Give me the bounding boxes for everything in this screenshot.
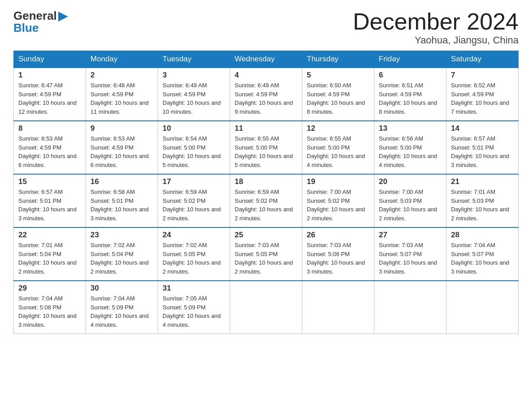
daylight-label: Daylight: 10 hours and 3 minutes.: [451, 153, 509, 168]
day-number: 5: [307, 71, 369, 80]
week-row-1: 1 Sunrise: 6:47 AM Sunset: 4:59 PM Dayli…: [14, 68, 519, 121]
col-wednesday: Wednesday: [230, 51, 302, 68]
day-info: Sunrise: 6:49 AM Sunset: 4:59 PM Dayligh…: [235, 81, 297, 116]
day-cell: 6 Sunrise: 6:51 AM Sunset: 4:59 PM Dayli…: [374, 68, 446, 121]
daylight-label: Daylight: 10 hours and 7 minutes.: [451, 99, 509, 115]
sunset-label: Sunset: 5:03 PM: [451, 197, 494, 204]
day-cell: 22 Sunrise: 7:01 AM Sunset: 5:04 PM Dayl…: [14, 227, 86, 281]
sunrise-label: Sunrise: 7:05 AM: [163, 295, 207, 302]
sunrise-label: Sunrise: 7:02 AM: [90, 242, 135, 248]
day-cell: 15 Sunrise: 6:57 AM Sunset: 5:01 PM Dayl…: [14, 174, 86, 227]
sunrise-label: Sunrise: 7:01 AM: [451, 188, 495, 195]
day-info: Sunrise: 7:05 AM Sunset: 5:09 PM Dayligh…: [163, 294, 225, 329]
sunrise-label: Sunrise: 7:04 AM: [90, 295, 135, 302]
daylight-label: Daylight: 10 hours and 2 minutes.: [163, 259, 221, 275]
day-info: Sunrise: 6:49 AM Sunset: 4:59 PM Dayligh…: [163, 81, 225, 116]
day-cell: 1 Sunrise: 6:47 AM Sunset: 4:59 PM Dayli…: [14, 68, 86, 121]
day-number: 28: [451, 231, 514, 240]
sunrise-label: Sunrise: 7:01 AM: [18, 242, 63, 248]
day-number: 23: [90, 231, 153, 240]
sunset-label: Sunset: 5:00 PM: [163, 144, 206, 151]
day-info: Sunrise: 7:03 AM Sunset: 5:05 PM Dayligh…: [235, 241, 297, 276]
day-info: Sunrise: 7:04 AM Sunset: 5:09 PM Dayligh…: [90, 294, 153, 329]
sunset-label: Sunset: 5:03 PM: [379, 197, 422, 204]
day-number: 10: [163, 124, 225, 133]
sunset-label: Sunset: 5:08 PM: [18, 304, 61, 311]
day-info: Sunrise: 6:55 AM Sunset: 5:00 PM Dayligh…: [235, 134, 297, 169]
daylight-label: Daylight: 10 hours and 3 minutes.: [90, 206, 149, 222]
daylight-label: Daylight: 10 hours and 2 minutes.: [90, 259, 149, 275]
daylight-label: Daylight: 10 hours and 2 minutes.: [235, 206, 293, 222]
daylight-label: Daylight: 10 hours and 11 minutes.: [90, 99, 149, 115]
sunrise-label: Sunrise: 6:53 AM: [90, 135, 135, 142]
day-info: Sunrise: 7:03 AM Sunset: 5:06 PM Dayligh…: [307, 241, 369, 276]
daylight-label: Daylight: 10 hours and 10 minutes.: [163, 99, 221, 115]
sunset-label: Sunset: 4:59 PM: [90, 144, 133, 151]
sunset-label: Sunset: 5:05 PM: [235, 251, 278, 257]
daylight-label: Daylight: 10 hours and 4 minutes.: [307, 153, 365, 168]
week-row-2: 8 Sunrise: 6:53 AM Sunset: 4:59 PM Dayli…: [14, 121, 519, 174]
daylight-label: Daylight: 10 hours and 3 minutes.: [18, 206, 77, 222]
day-cell: 18 Sunrise: 6:59 AM Sunset: 5:02 PM Dayl…: [230, 174, 302, 227]
sunrise-label: Sunrise: 7:04 AM: [18, 295, 63, 302]
day-info: Sunrise: 7:01 AM Sunset: 5:04 PM Dayligh…: [18, 241, 81, 276]
day-number: 25: [235, 231, 297, 240]
sunset-label: Sunset: 5:07 PM: [379, 251, 422, 257]
col-monday: Monday: [86, 51, 158, 68]
day-info: Sunrise: 6:55 AM Sunset: 5:00 PM Dayligh…: [307, 134, 369, 169]
sunset-label: Sunset: 5:02 PM: [163, 197, 206, 204]
page-header: General Blue December 2024 Yaohua, Jiang…: [13, 9, 519, 46]
logo-text-blue: Blue: [13, 21, 39, 35]
daylight-label: Daylight: 10 hours and 2 minutes.: [307, 206, 365, 222]
daylight-label: Daylight: 10 hours and 9 minutes.: [235, 99, 293, 115]
sunrise-label: Sunrise: 6:55 AM: [235, 135, 279, 142]
calendar-body: 1 Sunrise: 6:47 AM Sunset: 4:59 PM Dayli…: [14, 68, 519, 334]
sunset-label: Sunset: 4:59 PM: [307, 91, 350, 98]
day-cell: 24 Sunrise: 7:02 AM Sunset: 5:05 PM Dayl…: [158, 227, 230, 281]
daylight-label: Daylight: 10 hours and 2 minutes.: [18, 259, 77, 275]
day-info: Sunrise: 6:51 AM Sunset: 4:59 PM Dayligh…: [379, 81, 442, 116]
day-info: Sunrise: 7:01 AM Sunset: 5:03 PM Dayligh…: [451, 188, 514, 223]
sunrise-label: Sunrise: 7:04 AM: [451, 242, 495, 248]
col-thursday: Thursday: [302, 51, 374, 68]
day-cell: 10 Sunrise: 6:54 AM Sunset: 5:00 PM Dayl…: [158, 121, 230, 174]
sunset-label: Sunset: 5:00 PM: [307, 144, 350, 151]
sunset-label: Sunset: 5:05 PM: [163, 251, 206, 257]
sunset-label: Sunset: 5:01 PM: [451, 144, 494, 151]
daylight-label: Daylight: 10 hours and 2 minutes.: [235, 259, 293, 275]
day-info: Sunrise: 6:54 AM Sunset: 5:00 PM Dayligh…: [163, 134, 225, 169]
title-block: December 2024 Yaohua, Jiangsu, China: [353, 9, 519, 46]
day-cell: 14 Sunrise: 6:57 AM Sunset: 5:01 PM Dayl…: [446, 121, 519, 174]
sunrise-label: Sunrise: 7:03 AM: [379, 242, 423, 248]
day-cell: 11 Sunrise: 6:55 AM Sunset: 5:00 PM Dayl…: [230, 121, 302, 174]
day-cell: 28 Sunrise: 7:04 AM Sunset: 5:07 PM Dayl…: [446, 227, 519, 281]
day-cell: 5 Sunrise: 6:50 AM Sunset: 4:59 PM Dayli…: [302, 68, 374, 121]
col-saturday: Saturday: [446, 51, 519, 68]
day-number: 15: [18, 177, 81, 186]
day-number: 31: [163, 284, 225, 293]
day-number: 9: [90, 124, 153, 133]
day-number: 24: [163, 231, 225, 240]
daylight-label: Daylight: 10 hours and 3 minutes.: [18, 313, 77, 328]
sunrise-label: Sunrise: 6:52 AM: [451, 82, 495, 89]
sunrise-label: Sunrise: 6:57 AM: [18, 188, 63, 195]
day-info: Sunrise: 6:53 AM Sunset: 4:59 PM Dayligh…: [18, 134, 81, 169]
day-info: Sunrise: 7:04 AM Sunset: 5:08 PM Dayligh…: [18, 294, 81, 329]
daylight-label: Daylight: 10 hours and 2 minutes.: [451, 206, 509, 222]
daylight-label: Daylight: 10 hours and 6 minutes.: [90, 153, 149, 168]
daylight-label: Daylight: 10 hours and 6 minutes.: [18, 153, 77, 168]
week-row-3: 15 Sunrise: 6:57 AM Sunset: 5:01 PM Dayl…: [14, 174, 519, 227]
daylight-label: Daylight: 10 hours and 4 minutes.: [163, 313, 221, 328]
calendar-header: Sunday Monday Tuesday Wednesday Thursday…: [14, 51, 519, 68]
day-number: 3: [163, 71, 225, 80]
sunset-label: Sunset: 5:06 PM: [307, 251, 350, 257]
day-number: 26: [307, 231, 369, 240]
day-number: 13: [379, 124, 442, 133]
day-cell: [230, 281, 302, 334]
daylight-label: Daylight: 10 hours and 8 minutes.: [379, 99, 437, 115]
sunset-label: Sunset: 4:59 PM: [18, 144, 61, 151]
logo-triangle-icon: [58, 12, 68, 21]
day-info: Sunrise: 6:50 AM Sunset: 4:59 PM Dayligh…: [307, 81, 369, 116]
day-cell: 29 Sunrise: 7:04 AM Sunset: 5:08 PM Dayl…: [14, 281, 86, 334]
day-info: Sunrise: 7:04 AM Sunset: 5:07 PM Dayligh…: [451, 241, 514, 276]
